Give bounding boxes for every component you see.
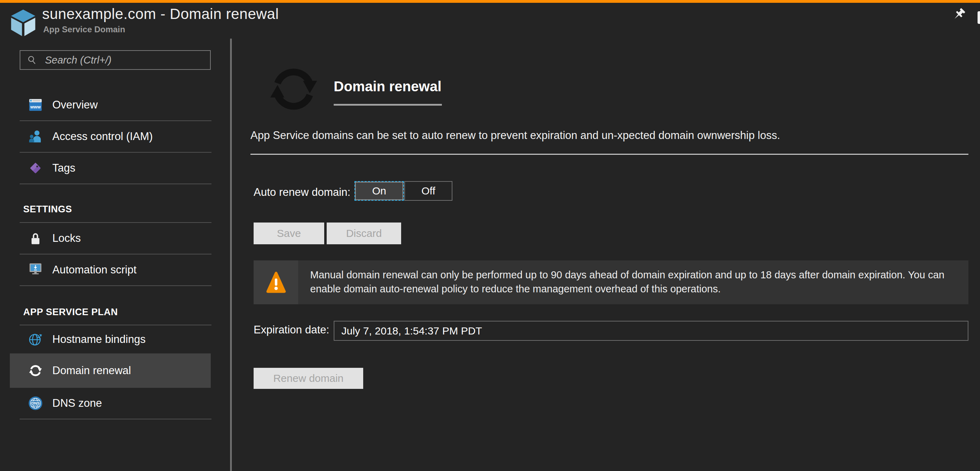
divider <box>20 419 212 419</box>
browser-www-icon: www <box>28 98 43 112</box>
top-accent-bar <box>0 0 980 3</box>
sidebar-section-settings: SETTINGS <box>0 203 231 215</box>
refresh-icon <box>28 363 43 378</box>
warning-text: Manual domain renewal can only be perfor… <box>298 260 969 304</box>
blade-title: sunexample.com - Domain renewal <box>42 6 279 22</box>
search-input[interactable] <box>45 51 210 69</box>
pin-icon[interactable] <box>949 6 967 25</box>
discard-button[interactable]: Discard <box>327 222 401 244</box>
tag-icon <box>28 161 43 176</box>
sidebar-item-label: Locks <box>52 232 81 245</box>
app-service-domain-blade: sunexample.com - Domain renewal App Serv… <box>0 0 980 471</box>
refresh-icon <box>267 63 320 115</box>
sidebar-item-locks[interactable]: Locks <box>0 223 231 254</box>
sidebar-item-label: Access control (IAM) <box>52 130 153 143</box>
automation-script-icon <box>28 263 43 277</box>
close-icon-clipped[interactable] <box>978 11 980 24</box>
people-icon <box>28 129 43 144</box>
menu-search-box <box>20 50 211 70</box>
svg-text:www: www <box>30 105 41 109</box>
sidebar-item-tags[interactable]: Tags <box>0 153 231 184</box>
save-button[interactable]: Save <box>254 222 324 244</box>
sidebar-item-label: DNS zone <box>52 397 102 409</box>
sidebar-item-automation-script[interactable]: Automation script <box>0 254 231 285</box>
auto-renew-label: Auto renew domain: <box>254 186 350 199</box>
warning-triangle-icon <box>264 271 288 294</box>
domain-renewal-content: Domain renewal App Service domains can b… <box>232 39 980 471</box>
sidebar-item-access-control[interactable]: Access control (IAM) <box>0 121 231 152</box>
sidebar-item-label: Hostname bindings <box>52 333 145 346</box>
search-icon <box>27 55 37 65</box>
divider <box>334 104 442 106</box>
warning-icon-box <box>254 260 298 304</box>
auto-renew-toggle: On Off <box>355 181 452 201</box>
globe-arrow-icon <box>28 332 43 347</box>
page-title: Domain renewal <box>334 79 442 94</box>
sidebar-item-hostname-bindings[interactable]: Hostname bindings <box>0 325 231 354</box>
menu-items: www Overview <box>0 89 231 419</box>
auto-renew-on-button[interactable]: On <box>355 181 404 201</box>
divider <box>250 154 969 155</box>
expiration-date-label: Expiration date: <box>254 324 329 336</box>
sidebar-item-label: Domain renewal <box>52 364 131 377</box>
sidebar-section-app-service-plan: APP SERVICE PLAN <box>0 306 231 318</box>
svg-text:DNS: DNS <box>31 401 40 405</box>
blade-menu: www Overview <box>0 39 231 471</box>
renew-domain-button[interactable]: Renew domain <box>254 368 363 389</box>
expiration-date-field[interactable] <box>334 321 969 341</box>
sidebar-item-label: Tags <box>52 162 75 174</box>
auto-renew-off-button[interactable]: Off <box>404 181 452 201</box>
warning-banner: Manual domain renewal can only be perfor… <box>254 260 969 304</box>
blade-header: sunexample.com - Domain renewal App Serv… <box>0 3 980 39</box>
sidebar-item-label: Automation script <box>52 263 137 276</box>
sidebar-item-overview[interactable]: www Overview <box>0 89 231 121</box>
divider <box>20 184 212 184</box>
app-service-domain-cube-icon <box>7 8 39 38</box>
sidebar-item-domain-renewal[interactable]: Domain renewal <box>0 354 231 388</box>
lock-icon <box>28 231 43 246</box>
sidebar-item-dns-zone[interactable]: DNS DNS zone <box>0 388 231 419</box>
blade-subtitle: App Service Domain <box>43 25 125 34</box>
dns-globe-icon: DNS <box>28 396 43 411</box>
divider <box>20 285 212 286</box>
page-description: App Service domains can be set to auto r… <box>250 129 780 142</box>
sidebar-item-label: Overview <box>52 98 98 111</box>
